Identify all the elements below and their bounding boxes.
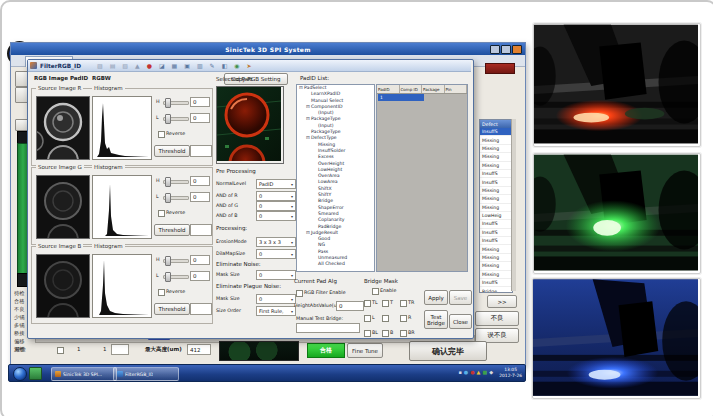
l-value-input[interactable]: 0 [190,113,210,123]
pad-table-selected-row[interactable]: 1 [378,94,424,101]
bridge-mask-checkbox[interactable] [400,315,407,322]
bridge-mask-cell[interactable]: TR [400,298,418,308]
bridge-mask-cell[interactable]: TL [364,298,382,308]
h-slider[interactable] [163,180,189,184]
bridge-mask-cell[interactable]: BR [400,328,418,338]
maximize-button[interactable] [501,45,511,54]
fine-tune-button[interactable]: Fine Tune [347,343,383,358]
h-slider[interactable] [163,101,189,105]
tree-item[interactable]: All Checked [297,261,374,267]
threshold-button[interactable]: Threshold [154,224,190,236]
h-value-input[interactable]: 0 [190,97,210,107]
defect-table-row[interactable]: Missing [480,204,512,212]
start-button[interactable] [13,367,27,381]
toolbar-icon[interactable]: ◉ [234,62,239,70]
defect-table-row[interactable]: InsuffS [480,237,512,245]
taskbar-app-filter[interactable]: FilterRGB_ID [113,367,179,381]
bridge-mask-checkbox[interactable] [364,300,371,307]
tray-icon[interactable]: ◆ [489,369,493,375]
bridge-mask-checkbox[interactable] [400,330,407,337]
dila-map-size-select[interactable]: 0▾ [256,249,296,259]
defect-table-row[interactable]: Missing [480,162,512,170]
normal-level-select[interactable]: PadID▾ [256,179,296,189]
tray-icon[interactable]: ▪ [458,369,461,375]
defect-table-row[interactable]: InsuffS [480,279,512,287]
l-slider[interactable] [163,196,189,200]
defect-table-row[interactable]: Missing [480,195,512,203]
experience-checkbox[interactable] [57,347,64,354]
reverse-checkbox[interactable] [158,289,165,296]
bridge-mask-cell[interactable]: B [382,328,400,338]
threshold-button[interactable]: Threshold [154,145,190,157]
bridge-mask-cell[interactable]: T [382,298,400,308]
threshold-input[interactable] [190,224,212,236]
pass-button[interactable]: 合格 [307,343,345,358]
quick-launch-icon[interactable] [29,367,42,380]
defect-table-row[interactable]: Missing [480,271,512,279]
bridge-mask-checkbox[interactable] [400,300,407,307]
close-dialog-button[interactable]: Close [449,314,472,329]
toolbar-icon[interactable]: ➤ [247,62,252,70]
defect-table-row[interactable]: Missing [480,145,512,153]
apply-button[interactable]: Apply [424,290,448,305]
bridge-mask-cell[interactable]: R [400,313,418,323]
defect-table[interactable]: Defect InsuffSMissingMissingMissingMissi… [479,119,513,293]
h-slider[interactable] [163,259,189,263]
rgb-filter-checkbox[interactable] [296,290,303,297]
defect-table-row[interactable]: Missing [480,262,512,270]
toolbar-icon[interactable]: ▨ [97,62,103,70]
toolbar-icon[interactable]: ▲ [135,62,140,70]
defect-table-row[interactable]: LowHeig [480,212,512,220]
status-input[interactable] [111,344,129,355]
defect-table-row[interactable]: InsuffS [480,170,512,178]
threshold-button[interactable]: Threshold [154,303,190,315]
bridge-mask-checkbox[interactable] [364,330,371,337]
taskbar-app-spi[interactable]: SinicTek 3D SPI... [51,367,117,381]
reverse-checkbox[interactable] [158,210,165,217]
toolbar-icon[interactable]: ▦ [172,62,178,70]
bridge-mask-cell[interactable] [382,313,400,323]
defect-table-row[interactable]: Missing [480,136,512,144]
threshold-input[interactable] [190,303,212,315]
defect-table-row[interactable]: InsuffS [480,220,512,228]
toolbar-icon[interactable]: ● [147,62,152,70]
minimize-button[interactable] [490,45,500,54]
test-bridge-button[interactable]: Test Bridge [424,310,448,329]
more-button[interactable]: >> [487,295,517,308]
mask-size-2-select[interactable]: 0▾ [256,294,296,304]
pad-list-table[interactable]: PadIDComp IDPackagePin 1 [376,84,468,272]
toolbar-icon[interactable]: ✎ [210,62,215,70]
close-button[interactable] [512,45,522,54]
toolbar-icon[interactable]: ▥ [197,62,203,70]
erosion-mode-select[interactable]: 3 x 3 x 3▾ [256,237,296,247]
defect-table-row[interactable]: Missing [480,245,512,253]
defect-table-row[interactable]: Missing [480,153,512,161]
defect-table-row[interactable]: InsuffS [480,229,512,237]
threshold-input[interactable] [190,145,212,157]
toolbar-icon[interactable]: ▤ [110,62,116,70]
defect-table-row[interactable]: Missing [480,254,512,262]
mask-size-select[interactable]: 0▾ [256,270,296,280]
size-order-select[interactable]: First Rule,▾ [256,306,296,316]
toolbar-icon[interactable]: ◧ [222,62,228,70]
l-slider[interactable] [163,275,189,279]
taskbar-clock[interactable]: 13:05 2012-7-26 [499,367,522,378]
defect-table-row[interactable]: Missing [480,187,512,195]
confirm-complete-button[interactable]: 确认完毕 [409,341,487,361]
tray-icon[interactable]: ● [470,369,474,375]
bridge-mask-checkbox[interactable] [382,330,389,337]
h-value-input[interactable]: 0 [190,176,210,186]
bridge-mask-checkbox[interactable] [382,300,389,307]
defect-table-row[interactable]: Bridge [480,287,512,293]
and-of-r-select[interactable]: 0▾ [256,191,296,201]
defect-table-row[interactable]: InsuffS [480,128,512,136]
max-height-input[interactable]: 412 [187,344,211,355]
save-button[interactable]: Save [449,290,472,305]
bridge-mask-cell[interactable]: BL [364,328,382,338]
and-of-g-select[interactable]: 0▾ [256,201,296,211]
dialog-titlebar[interactable]: FilterRGB_ID ▨▤▧▲●◪▦▣▥✎◧◉➤ [28,60,471,72]
defect-table-row[interactable]: InsuffS [480,178,512,186]
toolbar-icon[interactable]: ▣ [184,62,190,70]
toolbar-icon[interactable]: ▧ [122,62,128,70]
bridge-mask-checkbox[interactable] [382,315,389,322]
